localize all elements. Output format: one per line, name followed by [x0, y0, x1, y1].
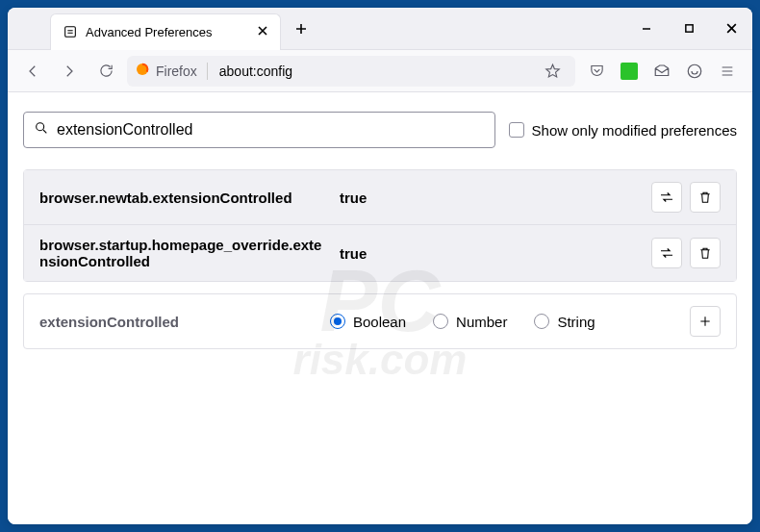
- checkbox-icon: [509, 122, 524, 138]
- radio-number[interactable]: Number: [433, 314, 507, 330]
- radio-icon: [330, 314, 345, 329]
- search-icon: [34, 120, 49, 139]
- svg-rect-0: [65, 27, 76, 38]
- pref-search-input[interactable]: [57, 121, 485, 139]
- radio-string[interactable]: String: [534, 314, 595, 330]
- pref-table: browser.newtab.extensionControlled true …: [23, 169, 737, 282]
- type-radio-group: Boolean Number String: [330, 314, 678, 330]
- download-icon[interactable]: [679, 56, 710, 87]
- back-button[interactable]: [17, 56, 48, 87]
- radio-icon: [433, 314, 448, 329]
- show-modified-checkbox[interactable]: Show only modified preferences: [509, 122, 737, 139]
- pref-row: browser.newtab.extensionControlled true: [24, 170, 736, 225]
- radio-label: String: [557, 314, 595, 330]
- url-input[interactable]: [219, 63, 529, 79]
- navigation-toolbar: Firefox: [8, 50, 752, 92]
- pref-name: browser.newtab.extensionControlled: [39, 190, 328, 206]
- radio-icon: [534, 314, 549, 329]
- search-row: Show only modified preferences: [23, 112, 737, 148]
- svg-point-4: [37, 123, 44, 131]
- pocket-icon[interactable]: [581, 56, 612, 87]
- close-icon[interactable]: [257, 25, 268, 39]
- delete-button[interactable]: [690, 182, 721, 213]
- browser-tab[interactable]: Advanced Preferences: [50, 13, 281, 50]
- reload-button[interactable]: [90, 56, 121, 87]
- firefox-logo-icon: [135, 62, 150, 80]
- new-pref-name: extensionControlled: [39, 314, 318, 330]
- add-pref-row: extensionControlled Boolean Number Strin…: [23, 293, 737, 349]
- maximize-button[interactable]: [668, 8, 710, 50]
- pref-value: true: [340, 190, 640, 206]
- svg-rect-1: [685, 25, 692, 32]
- toggle-button[interactable]: [651, 182, 682, 213]
- window-controls: [625, 8, 752, 50]
- page-content: PCrisk.com Show only modified preference…: [8, 92, 752, 524]
- delete-button[interactable]: [690, 238, 721, 268]
- checkbox-label: Show only modified preferences: [532, 122, 737, 139]
- titlebar: Advanced Preferences: [8, 8, 752, 50]
- extension-icon[interactable]: [614, 56, 645, 87]
- pref-row: browser.startup.homepage_override.extens…: [24, 225, 736, 281]
- close-window-button[interactable]: [710, 8, 752, 50]
- settings-icon: [63, 24, 78, 39]
- tab-title: Advanced Preferences: [86, 25, 213, 39]
- toggle-button[interactable]: [651, 238, 682, 268]
- menu-button[interactable]: [712, 56, 743, 87]
- new-tab-button[interactable]: [287, 14, 316, 43]
- add-button[interactable]: [690, 306, 721, 337]
- radio-label: Boolean: [353, 314, 406, 330]
- identity-label: Firefox: [156, 63, 197, 79]
- forward-button[interactable]: [54, 56, 85, 87]
- svg-point-3: [688, 64, 701, 78]
- pref-value: true: [340, 245, 640, 262]
- bookmark-star-icon[interactable]: [537, 56, 568, 87]
- address-bar[interactable]: Firefox: [127, 56, 575, 87]
- radio-label: Number: [456, 314, 507, 330]
- pref-search-box[interactable]: [23, 112, 495, 148]
- browser-window: Advanced Preferences Firefox: [8, 8, 752, 524]
- pref-name: browser.startup.homepage_override.extens…: [39, 237, 328, 269]
- radio-boolean[interactable]: Boolean: [330, 314, 406, 330]
- minimize-button[interactable]: [625, 8, 668, 50]
- identity-box[interactable]: Firefox: [135, 62, 212, 80]
- inbox-icon[interactable]: [646, 56, 677, 87]
- toolbar-extensions: [581, 56, 743, 87]
